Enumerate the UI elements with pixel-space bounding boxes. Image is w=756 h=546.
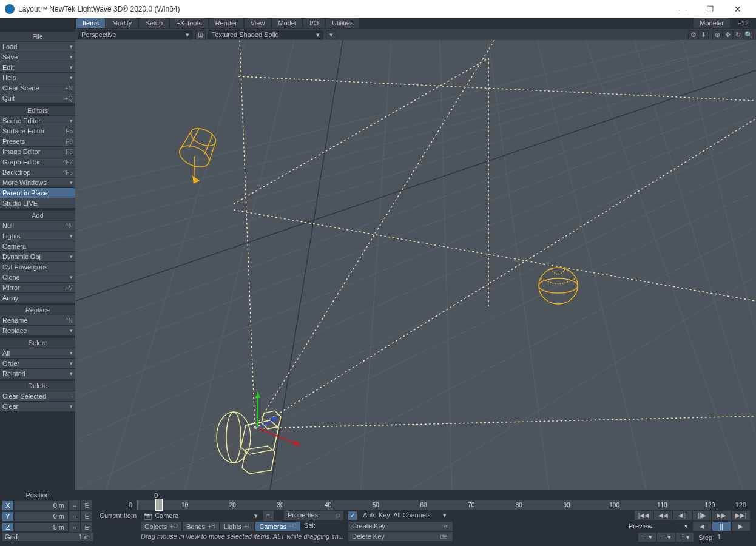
goto-start-button[interactable]: |◀◀: [635, 511, 653, 520]
timeline-end[interactable]: 120: [711, 500, 750, 510]
side-cvt-powergons[interactable]: Cvt Powergons: [0, 262, 75, 272]
tab-modify[interactable]: Modify: [106, 18, 138, 28]
sel-bones[interactable]: Bones+B: [183, 522, 219, 531]
side-more-windows[interactable]: More Windows▾: [0, 178, 75, 187]
side-all[interactable]: All▾: [0, 348, 75, 358]
eye-icon[interactable]: ▾: [326, 30, 336, 39]
export-icon[interactable]: ⬇: [698, 30, 709, 39]
side-clear-selected[interactable]: Clear Selected-: [0, 391, 75, 401]
timeline[interactable]: 0 1020304050607080901001101200 120: [97, 500, 750, 510]
search-icon[interactable]: 🔍: [743, 30, 754, 39]
side-load[interactable]: Load▾: [0, 42, 75, 52]
timeline-start[interactable]: 0: [97, 500, 136, 510]
play-back-button[interactable]: ◀: [693, 522, 711, 531]
current-item-dropdown[interactable]: 📷 Camera ▾: [140, 511, 262, 521]
coord-x-env[interactable]: E: [81, 500, 92, 510]
tab-render[interactable]: Render: [209, 18, 243, 28]
current-item-menu[interactable]: ≡: [263, 511, 274, 521]
close-button[interactable]: ✕: [724, 0, 751, 18]
side-backdrop[interactable]: Backdrop^F5: [0, 167, 75, 177]
side-studio-live[interactable]: Studio LIVE: [0, 198, 75, 208]
side-image-editor[interactable]: Image EditorF6: [0, 147, 75, 157]
tab-model[interactable]: Model: [272, 18, 302, 28]
timeline-cursor[interactable]: [155, 499, 163, 511]
side-array[interactable]: Array: [0, 293, 75, 303]
step-dd-1[interactable]: —▾: [638, 533, 656, 542]
minimize-button[interactable]: —: [669, 0, 697, 18]
side-presets[interactable]: PresetsF8: [0, 136, 75, 146]
side-save[interactable]: Save▾: [0, 52, 75, 62]
side-clear[interactable]: Clear▾: [0, 402, 75, 411]
sel-lights[interactable]: Lights+L: [220, 522, 255, 531]
side-scene-editor[interactable]: Scene Editor▾: [0, 116, 75, 126]
side-replace[interactable]: Replace▾: [0, 326, 75, 335]
step-dd-2[interactable]: —▾: [657, 533, 675, 542]
autokey-dropdown[interactable]: Auto Key: All Channels▾: [359, 511, 450, 520]
side-parent-in-place[interactable]: Parent in Place: [0, 188, 75, 198]
sel-cameras[interactable]: Cameras+C: [255, 522, 300, 531]
coord-y-value[interactable]: 0 m: [15, 512, 68, 521]
coord-x-value[interactable]: 0 m: [15, 501, 68, 510]
side-related[interactable]: Related▾: [0, 369, 75, 379]
side-order[interactable]: Order▾: [0, 359, 75, 368]
tab-utilities[interactable]: Utilities: [326, 18, 359, 28]
tab-setup[interactable]: Setup: [139, 18, 169, 28]
shade-mode-dropdown[interactable]: Textured Shaded Solid▾: [208, 30, 323, 39]
svg-point-42: [539, 268, 578, 304]
view-mode-dropdown[interactable]: Perspective▾: [78, 30, 193, 39]
maximize-button[interactable]: ☐: [697, 0, 724, 18]
gear-icon[interactable]: ⚙: [688, 30, 698, 39]
tab-i/o[interactable]: I/O: [303, 18, 325, 28]
pan-icon[interactable]: ✥: [723, 30, 733, 39]
coord-z-env[interactable]: E: [81, 522, 92, 532]
side-camera[interactable]: Camera: [0, 241, 75, 251]
goto-end-button[interactable]: ▶▶|: [732, 511, 750, 520]
timeline-track[interactable]: 1020304050607080901001101200: [137, 500, 710, 510]
side-graph-editor[interactable]: Graph Editor^F2: [0, 157, 75, 167]
axis-y[interactable]: Y: [2, 512, 13, 521]
tab-fx-tools[interactable]: FX Tools: [170, 18, 208, 28]
viewport-3d[interactable]: [75, 40, 756, 490]
step-back-button[interactable]: ◀||: [673, 511, 692, 520]
orbit-icon[interactable]: ⊕: [712, 30, 723, 39]
side-lights[interactable]: Lights▾: [0, 231, 75, 241]
delete-key-button[interactable]: Delete Key del: [348, 532, 453, 541]
step-fwd-button[interactable]: ||▶: [693, 511, 711, 520]
coord-y-spinner[interactable]: ↔: [69, 511, 80, 521]
side-surface-editor[interactable]: Surface EditorF5: [0, 126, 75, 136]
wireframe-icon[interactable]: ⊞: [195, 30, 206, 39]
tab-f12[interactable]: F12: [731, 18, 755, 28]
side-clone[interactable]: Clone▾: [0, 272, 75, 282]
autokey-checkbox[interactable]: ✓: [348, 511, 357, 520]
coord-z-value[interactable]: -5 m: [15, 523, 68, 531]
axis-z[interactable]: Z: [2, 523, 13, 531]
tab-items[interactable]: Items: [76, 18, 105, 28]
properties-button[interactable]: Properties p: [284, 511, 343, 520]
coord-z-spinner[interactable]: ↔: [69, 522, 80, 532]
create-key-button[interactable]: Create Key ret: [348, 522, 453, 531]
play-button[interactable]: ▶: [732, 522, 750, 531]
side-dynamic-obj[interactable]: Dynamic Obj▾: [0, 252, 75, 261]
prev-key-button[interactable]: ◀◀: [654, 511, 672, 520]
axis-x[interactable]: X: [2, 501, 13, 510]
coord-x-spinner[interactable]: ↔: [69, 500, 80, 510]
preview-dropdown[interactable]: Preview▾: [625, 522, 692, 531]
sel-objects[interactable]: Objects+O: [141, 522, 181, 531]
zoom-icon[interactable]: ↻: [733, 30, 743, 39]
tab-modeler[interactable]: Modeler: [694, 18, 730, 28]
next-key-button[interactable]: ▶▶: [712, 511, 731, 520]
side-help[interactable]: Help▾: [0, 73, 75, 83]
pause-button[interactable]: ||: [712, 522, 731, 531]
current-item-value: Camera: [155, 512, 178, 519]
step-dd-3[interactable]: ⋮▾: [676, 533, 694, 542]
side-mirror[interactable]: Mirror+V: [0, 283, 75, 292]
step-value[interactable]: 1: [714, 533, 750, 542]
coord-y-env[interactable]: E: [81, 511, 92, 521]
side-null[interactable]: Null^N: [0, 221, 75, 231]
tab-view[interactable]: View: [245, 18, 271, 28]
svg-line-20: [537, 40, 646, 490]
side-edit[interactable]: Edit▾: [0, 62, 75, 72]
side-quit[interactable]: Quit+Q: [0, 93, 75, 103]
side-clear-scene[interactable]: Clear Scene+N: [0, 83, 75, 93]
side-rename[interactable]: Rename^N: [0, 315, 75, 325]
